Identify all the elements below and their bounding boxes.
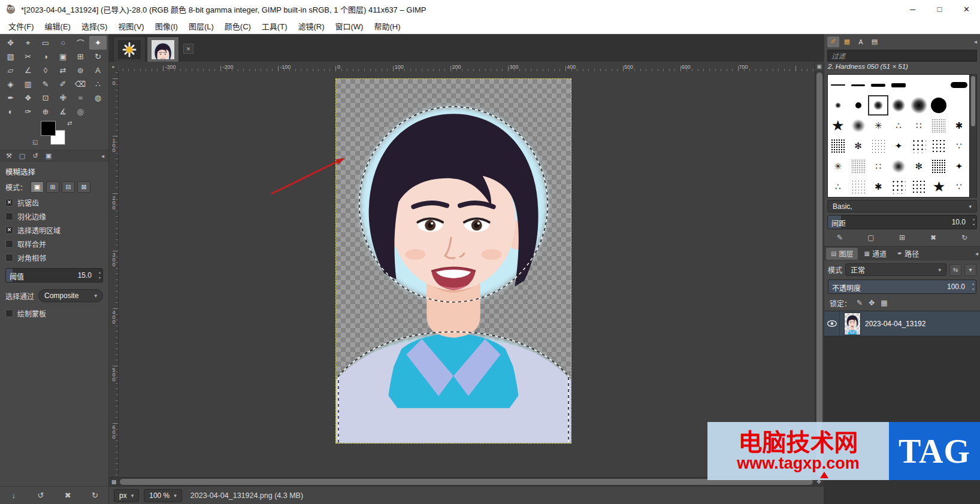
vertical-ruler[interactable]: 0100200300400500600700 (109, 71, 119, 477)
menu-item[interactable]: 窗口(W) (330, 18, 369, 34)
brush-tex2[interactable] (828, 136, 848, 156)
menu-item[interactable]: 图层(L) (183, 18, 219, 34)
brush-hline1[interactable] (828, 75, 848, 95)
menu-item[interactable]: 帮助(H) (368, 18, 406, 34)
duplicate-brush-icon[interactable]: ⊞ (896, 233, 908, 242)
tool-smudge[interactable]: ≈ (72, 91, 89, 105)
brush-soft3[interactable] (888, 95, 909, 116)
checkbox-unchecked[interactable] (5, 212, 13, 220)
brush-splat2[interactable]: ✱ (868, 177, 888, 197)
brush-soft1[interactable] (828, 95, 848, 116)
tool-rotate[interactable]: ↻ (89, 50, 107, 63)
brush-filter-input[interactable]: 过滤 (827, 50, 977, 62)
mode-add-button[interactable]: ⊞ (46, 181, 59, 193)
menu-item[interactable]: 选择(S) (76, 18, 113, 34)
brush-dots2[interactable]: ∷ (868, 156, 888, 177)
brush-hline2[interactable] (848, 75, 869, 95)
mode-subtract-button[interactable]: ⊟ (62, 181, 75, 193)
brush-dots1[interactable]: ∴ (888, 116, 909, 136)
spin-up-icon[interactable]: ▴ (99, 270, 101, 275)
patterns-tab[interactable]: ▦ (841, 37, 853, 47)
spacing-slider[interactable]: 间距 10.0 ▴ ▾ (827, 215, 977, 229)
image-tab-portrait[interactable] (147, 37, 179, 62)
brush-hline3[interactable] (868, 75, 888, 95)
configure-tab-icon[interactable]: ◂ (975, 250, 978, 257)
checkbox-checked[interactable]: ✕ (5, 226, 13, 234)
brush-scrollbar-thumb[interactable] (971, 76, 975, 126)
tool-option-row[interactable]: 取样合并 (5, 237, 103, 251)
zoom-fit-icon[interactable]: ▣ (814, 62, 824, 71)
spin-down-icon[interactable]: ▾ (973, 222, 975, 227)
checkbox-unchecked[interactable] (5, 240, 13, 248)
brush-sparkle[interactable]: ✦ (888, 136, 909, 156)
brush-splat2[interactable]: ✱ (949, 116, 969, 136)
zoom-dropdown[interactable]: 100 % ▾ (144, 489, 182, 502)
tool-crop[interactable]: ▣ (54, 50, 71, 63)
quick-mask-icon[interactable]: ▩ (109, 478, 119, 486)
brush-dots2[interactable]: ∷ (909, 116, 929, 136)
tool-option-row[interactable]: 对角相邻 (5, 251, 103, 265)
brush-sparkle[interactable]: ✦ (949, 156, 969, 177)
tool-alignment[interactable]: ⌖ (19, 36, 37, 50)
swap-colors-icon[interactable]: ⇄ (67, 120, 72, 126)
menu-item[interactable]: 视图(V) (113, 18, 149, 34)
checkbox-checked[interactable]: ✕ (5, 199, 13, 207)
tool-shear[interactable]: ∠ (19, 63, 37, 77)
select-by-dropdown[interactable]: Composite ▾ (38, 289, 103, 302)
tool-option-row[interactable]: ✕抗锯齿 (5, 196, 103, 210)
spin-down-icon[interactable]: ▾ (972, 287, 974, 292)
document-history-tab[interactable]: ▤ (869, 37, 881, 47)
tool-measure[interactable]: ∡ (54, 105, 71, 119)
tool-eraser[interactable]: ⌫ (72, 77, 89, 91)
unit-dropdown[interactable]: px ▾ (114, 489, 139, 502)
lock-alpha-icon[interactable]: ▦ (881, 299, 887, 307)
brush-tex1[interactable] (929, 116, 949, 136)
menu-item[interactable]: 工具(T) (256, 18, 293, 34)
tool-scale[interactable]: ▱ (2, 63, 19, 77)
image-canvas[interactable] (335, 78, 571, 444)
tool-bucket-fill[interactable]: ◈ (2, 77, 19, 91)
tool-mypaint-brush[interactable]: ❖ (19, 91, 37, 105)
vertical-scrollbar-thumb[interactable] (816, 72, 822, 476)
brush-hard1[interactable] (848, 95, 869, 116)
horizontal-ruler[interactable]: -400-300-200-1000100200300400500600700 (119, 62, 814, 71)
brush-dots3[interactable]: ∵ (949, 136, 969, 156)
threshold-spinner[interactable]: ▴ ▾ (99, 270, 101, 281)
tool-clone[interactable]: ⊡ (37, 91, 54, 105)
menu-item[interactable]: 文件(F) (3, 18, 40, 34)
tool-text[interactable]: A (89, 63, 107, 77)
tab-通道[interactable]: ▦通道 (859, 248, 891, 260)
tool-unified-transform[interactable]: ⊞ (72, 50, 89, 63)
checkbox-unchecked[interactable] (5, 254, 13, 262)
collapse-left-icon[interactable]: ◂ (101, 153, 104, 159)
tool-move[interactable]: ✥ (2, 36, 19, 50)
brush-dots3[interactable]: ∵ (949, 177, 969, 197)
mode-switch-icon[interactable]: ⇆ (949, 264, 961, 276)
undo-history-dock-icon[interactable]: ↺ (31, 152, 40, 160)
tool-options-dock-icon[interactable]: ⚒ (4, 152, 14, 160)
tool-paths[interactable]: ✑ (19, 105, 37, 119)
brush-blob[interactable] (848, 116, 869, 136)
brush-bar[interactable] (949, 75, 969, 95)
menu-item[interactable]: 编辑(E) (40, 18, 76, 34)
tool-ellipse-select[interactable]: ○ (54, 36, 71, 50)
foreground-color-swatch[interactable] (41, 121, 56, 136)
collapse-left-icon[interactable]: ◂ (974, 38, 977, 45)
fonts-tab[interactable]: A (855, 37, 867, 47)
images-dock-icon[interactable]: ▣ (44, 152, 53, 160)
draw-mask-checkbox[interactable] (5, 309, 13, 317)
tool-perspective[interactable]: ◊ (37, 63, 54, 77)
new-brush-icon[interactable]: ▢ (865, 233, 877, 242)
opacity-slider[interactable]: 不透明度 100.0 ▴ ▾ (828, 280, 976, 294)
spacing-spinner[interactable]: ▴ ▾ (973, 217, 975, 227)
tool-heal[interactable]: ✙ (54, 91, 71, 105)
default-colors-icon[interactable]: ◱ (32, 139, 38, 145)
tool-color-picker[interactable]: ⊕ (37, 105, 54, 119)
vertical-scrollbar[interactable] (815, 71, 824, 477)
brush-soft2[interactable] (868, 95, 888, 116)
image-tab-flower[interactable] (113, 37, 146, 62)
draw-mask-row[interactable]: 绘制蒙板 (5, 306, 103, 320)
edit-brush-icon[interactable]: ✎ (834, 233, 846, 242)
delete-brush-icon[interactable]: ✖ (927, 233, 939, 242)
tool-paintbrush[interactable]: ✐ (54, 77, 71, 91)
